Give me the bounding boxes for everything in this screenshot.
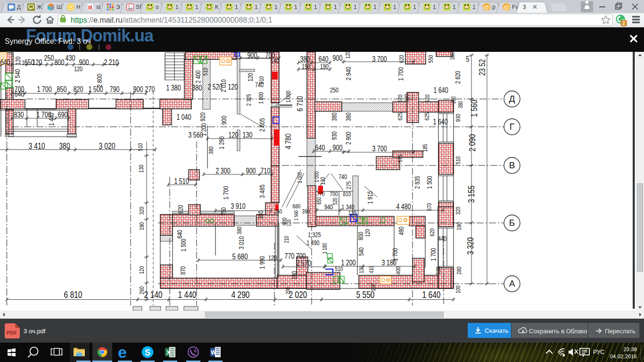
- svg-text:1 490: 1 490: [306, 239, 319, 247]
- svg-text:1: 1: [294, 4, 297, 10]
- svg-text:o: o: [156, 4, 159, 10]
- svg-text:1 915: 1 915: [366, 191, 374, 204]
- svg-text:380: 380: [345, 113, 352, 121]
- svg-text:2 605: 2 605: [258, 118, 266, 132]
- svg-text:1: 1: [413, 4, 416, 10]
- svg-text:https://e.mail.ru/attachment/1: https://e.mail.ru/attachment/14531125280…: [71, 16, 272, 24]
- svg-text:Б: Б: [509, 218, 515, 228]
- svg-text:5 680: 5 680: [232, 252, 248, 261]
- svg-text:3 485: 3 485: [258, 184, 266, 198]
- svg-text:2 900: 2 900: [345, 132, 352, 144]
- svg-text:120: 120: [268, 254, 277, 262]
- svg-text:1 325: 1 325: [308, 231, 321, 239]
- svg-text:1 440: 1 440: [178, 289, 196, 300]
- svg-text:640: 640: [15, 90, 25, 99]
- svg-text:120: 120: [138, 266, 145, 274]
- svg-text:320: 320: [138, 206, 145, 214]
- svg-text:1 500: 1 500: [426, 176, 433, 189]
- svg-text:1 990: 1 990: [258, 256, 266, 269]
- svg-text:p: p: [492, 4, 495, 10]
- svg-text:510: 510: [202, 67, 208, 75]
- svg-text:W: W: [211, 349, 216, 356]
- svg-text:1 560: 1 560: [469, 99, 479, 117]
- svg-text:3: 3: [523, 4, 526, 10]
- svg-text:@: @: [504, 4, 510, 11]
- svg-text:750: 750: [220, 207, 227, 216]
- svg-text:1 500: 1 500: [88, 85, 103, 94]
- svg-text:1: 1: [472, 4, 476, 10]
- svg-text:190: 190: [138, 222, 145, 230]
- svg-text:1 640: 1 640: [422, 289, 440, 300]
- svg-text:740: 740: [339, 173, 347, 181]
- svg-text:320: 320: [454, 206, 461, 214]
- svg-text:120: 120: [228, 83, 238, 91]
- svg-text:1 640: 1 640: [433, 86, 448, 95]
- svg-text:1: 1: [314, 4, 317, 10]
- svg-text:185: 185: [421, 144, 428, 152]
- svg-text:2 620: 2 620: [454, 71, 462, 83]
- svg-text:1 000: 1 000: [297, 172, 303, 183]
- svg-text:120: 120: [286, 219, 292, 226]
- svg-text:380: 380: [330, 113, 338, 121]
- svg-text:1 500: 1 500: [180, 239, 187, 251]
- svg-text:930: 930: [454, 114, 461, 122]
- svg-text:120: 120: [247, 73, 254, 82]
- svg-text:640: 640: [176, 230, 183, 239]
- svg-text:1: 1: [354, 4, 357, 10]
- svg-text:2: 2: [622, 21, 625, 26]
- svg-text:210: 210: [283, 236, 289, 243]
- svg-text:1 290: 1 290: [218, 136, 225, 149]
- svg-text:В: В: [509, 160, 515, 170]
- svg-text:А: А: [509, 279, 515, 288]
- svg-text:510: 510: [335, 265, 343, 272]
- svg-text:3 560: 3 560: [188, 131, 203, 140]
- svg-text:3 700: 3 700: [372, 55, 387, 64]
- svg-text:2 325: 2 325: [245, 94, 252, 106]
- svg-text:540: 540: [357, 247, 365, 256]
- svg-text:380: 380: [457, 101, 463, 108]
- svg-text:04.02.2016: 04.02.2016: [610, 354, 637, 359]
- svg-text:380: 380: [236, 226, 242, 234]
- svg-text:275: 275: [345, 181, 352, 189]
- svg-text:120: 120: [229, 131, 239, 140]
- svg-text:2 940: 2 940: [345, 66, 353, 80]
- svg-text:S: S: [145, 348, 150, 357]
- svg-text:st: st: [96, 4, 101, 10]
- svg-text:5 550: 5 550: [356, 289, 374, 300]
- svg-text:РУС: РУС: [593, 349, 604, 355]
- svg-text:2 835: 2 835: [413, 176, 421, 189]
- svg-text:3 155: 3 155: [466, 185, 476, 203]
- svg-text:940: 940: [324, 203, 333, 211]
- svg-text:700: 700: [330, 190, 338, 197]
- svg-text:1: 1: [255, 4, 258, 10]
- svg-text:Sf: Sf: [136, 4, 141, 10]
- svg-text:1 000: 1 000: [314, 171, 320, 182]
- svg-text:2 020: 2 020: [289, 289, 307, 300]
- svg-text:530: 530: [435, 266, 441, 274]
- svg-text:4 480: 4 480: [396, 203, 411, 211]
- svg-text:920: 920: [199, 112, 207, 122]
- svg-text:680: 680: [293, 203, 301, 209]
- svg-text:930: 930: [330, 132, 338, 140]
- svg-text:510: 510: [454, 156, 461, 164]
- svg-text:900: 900: [133, 85, 143, 94]
- svg-text:820: 820: [74, 85, 83, 94]
- svg-text:100: 100: [454, 285, 461, 293]
- svg-text:400: 400: [395, 266, 401, 274]
- svg-text:800: 800: [357, 232, 364, 240]
- svg-text:Г: Г: [510, 122, 514, 132]
- svg-text:6 810: 6 810: [64, 289, 82, 300]
- svg-text:620: 620: [396, 94, 403, 102]
- svg-text:690: 690: [58, 111, 68, 119]
- svg-text:900: 900: [220, 115, 228, 125]
- svg-text:2 140: 2 140: [144, 289, 162, 300]
- svg-text:270: 270: [145, 85, 155, 94]
- svg-text:1: 1: [433, 4, 436, 10]
- svg-text:1 380: 1 380: [166, 84, 181, 92]
- svg-text:3 180: 3 180: [381, 259, 396, 267]
- svg-text:380: 380: [300, 55, 310, 64]
- svg-text:900: 900: [246, 167, 256, 175]
- svg-text:2 570: 2 570: [296, 259, 311, 268]
- svg-text:130: 130: [243, 131, 253, 140]
- svg-text:2 010: 2 010: [220, 79, 227, 92]
